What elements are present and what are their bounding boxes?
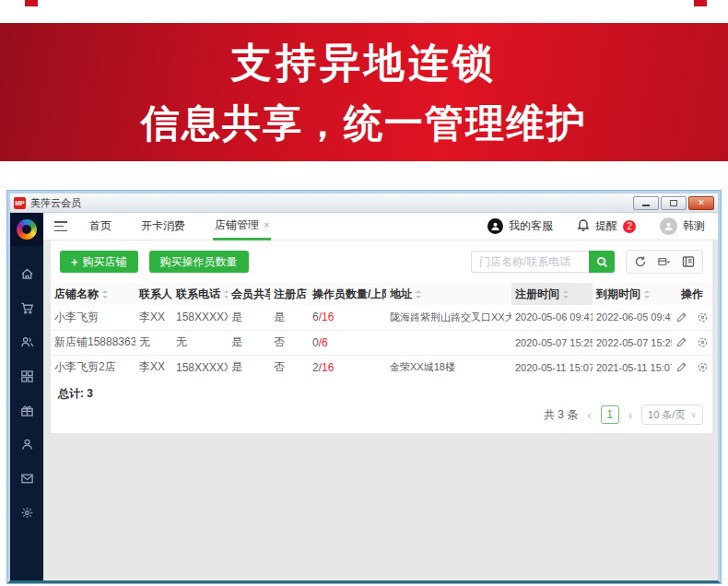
notice-badge: 2	[623, 220, 636, 233]
avatar	[660, 217, 677, 235]
col-member-share[interactable]: 会员共享	[228, 283, 270, 305]
bell-icon	[577, 218, 590, 235]
user-profile[interactable]: 韩测	[660, 217, 705, 235]
page-number-button[interactable]: 1	[601, 405, 619, 424]
cell-registered: 否	[270, 330, 309, 355]
tab-home[interactable]: 首页	[88, 213, 113, 240]
minimize-button[interactable]	[633, 196, 659, 210]
search-icon	[596, 256, 608, 268]
app-window: MP 美萍云会员 ✕	[7, 191, 721, 583]
close-button[interactable]: ✕	[688, 196, 714, 210]
tab-close-icon[interactable]	[264, 219, 269, 230]
tab-store-manage-label: 店铺管理	[215, 217, 259, 233]
maximize-button[interactable]	[661, 196, 687, 210]
sidebar-item-user[interactable]	[19, 437, 34, 451]
table-row[interactable]: 新店铺15888363503781 无 无 是 否 06 2020-05-07 …	[51, 330, 712, 355]
app-titlebar-icon: MP	[14, 197, 26, 209]
pagination-total: 共 3 条	[544, 407, 578, 423]
customer-service-icon	[487, 218, 503, 234]
col-member-share-label: 会员共享	[231, 287, 270, 300]
customer-service-label: 我的客服	[509, 218, 553, 234]
operator-max: 6	[319, 336, 328, 349]
next-page-button[interactable]	[627, 408, 634, 422]
sort-icon[interactable]	[415, 290, 421, 299]
cell-contact: 李XX	[135, 305, 172, 330]
column-settings-icon	[682, 255, 695, 268]
toolbar-right	[471, 250, 703, 274]
mail-icon	[20, 472, 34, 486]
cell-register-time: 2020-05-07 15:25	[511, 330, 593, 355]
search-button[interactable]	[589, 251, 615, 273]
renew-icon[interactable]	[697, 336, 709, 348]
tab-card-consume[interactable]: 开卡消费	[139, 213, 187, 240]
sort-icon[interactable]	[643, 290, 650, 299]
col-register-time[interactable]: 注册时间	[511, 283, 593, 305]
cell-address	[386, 330, 511, 355]
refresh-button[interactable]	[634, 255, 647, 268]
cell-phone: 158XXXXXXXXX	[172, 355, 228, 380]
cell-register-time: 2020-05-11 15:07	[511, 355, 593, 380]
app-logo[interactable]	[10, 213, 43, 246]
edit-icon[interactable]	[675, 336, 687, 348]
sort-icon[interactable]	[101, 290, 108, 299]
plus-icon	[71, 255, 78, 269]
sort-icon[interactable]	[562, 290, 569, 299]
navbar-right: 我的客服 提醒 2 韩测	[487, 217, 705, 235]
search-input[interactable]	[471, 251, 589, 273]
col-registered[interactable]: 注册店	[270, 283, 309, 305]
cell-actions	[672, 355, 712, 380]
buy-store-button[interactable]: 购买店铺	[60, 251, 138, 273]
notice-item[interactable]: 提醒 2	[577, 218, 636, 235]
sort-icon[interactable]	[223, 290, 228, 299]
col-store-name[interactable]: 店铺名称	[51, 283, 135, 305]
table-row[interactable]: 小李飞剪 李XX 158XXXXXXXXX 是 是 616 陇海路紫荆山路交叉口…	[51, 305, 712, 330]
chevron-down-icon	[690, 410, 697, 419]
customer-service[interactable]: 我的客服	[487, 218, 553, 234]
edit-icon[interactable]	[675, 311, 687, 323]
col-address[interactable]: 地址	[386, 283, 511, 305]
cell-expire-time: 2021-05-11 15:07	[593, 355, 672, 380]
pagination: 共 3 条 1 10 条/页	[51, 402, 712, 433]
sidebar	[10, 213, 43, 580]
cell-contact: 李XX	[135, 355, 172, 380]
sidebar-item-apps[interactable]	[19, 369, 34, 383]
density-button[interactable]	[658, 255, 671, 268]
density-icon	[658, 255, 671, 268]
tab-store-manage[interactable]: 店铺管理	[213, 213, 271, 240]
renew-icon[interactable]	[697, 361, 709, 373]
maximize-icon	[670, 200, 677, 206]
cell-address: 陇海路紫荆山路交叉口XX大厦YY层ZZZZ室	[386, 305, 511, 330]
home-icon	[20, 267, 34, 281]
content-area: 购买店铺 购买操作员数量	[43, 240, 718, 580]
sidebar-item-members[interactable]	[19, 334, 34, 349]
cell-member-share: 是	[228, 355, 270, 380]
column-settings-button[interactable]	[682, 255, 695, 268]
sidebar-item-cart[interactable]	[19, 300, 34, 315]
col-actions: 操作	[672, 283, 712, 305]
sidebar-icons	[19, 266, 34, 520]
sidebar-item-settings[interactable]	[19, 505, 34, 520]
renew-icon[interactable]	[697, 311, 709, 323]
cell-address: 金荣XX城18楼	[386, 355, 511, 380]
cell-member-share: 是	[228, 305, 270, 330]
buy-operator-button[interactable]: 购买操作员数量	[149, 251, 249, 273]
cell-register-time: 2020-05-06 09:41	[511, 305, 593, 330]
sidebar-item-gift[interactable]	[19, 403, 34, 417]
banner-line-1: 支持异地连锁	[231, 36, 497, 90]
table-row[interactable]: 小李飞剪2店 李XX 158XXXXXXXXX 是 否 216 金荣XX城18楼…	[51, 355, 712, 380]
col-phone-label: 联系电话	[176, 287, 220, 300]
cell-expire-time: 2022-06-05 09:41	[593, 305, 672, 330]
sidebar-item-mail[interactable]	[19, 471, 34, 486]
page-size-select[interactable]: 10 条/页	[641, 404, 703, 425]
cell-registered: 是	[270, 305, 309, 330]
tab-card-consume-label: 开卡消费	[141, 218, 185, 234]
sidebar-item-home[interactable]	[19, 266, 34, 281]
prev-page-button[interactable]	[585, 408, 593, 422]
cell-member-share: 是	[228, 330, 270, 355]
col-phone[interactable]: 联系电话	[172, 283, 228, 305]
col-expire-time[interactable]: 到期时间	[593, 283, 672, 305]
col-contact[interactable]: 联系人	[135, 283, 172, 305]
collapse-menu-icon[interactable]	[54, 221, 67, 231]
edit-icon[interactable]	[675, 361, 687, 373]
col-operators[interactable]: 操作员数量/上限	[309, 283, 386, 305]
